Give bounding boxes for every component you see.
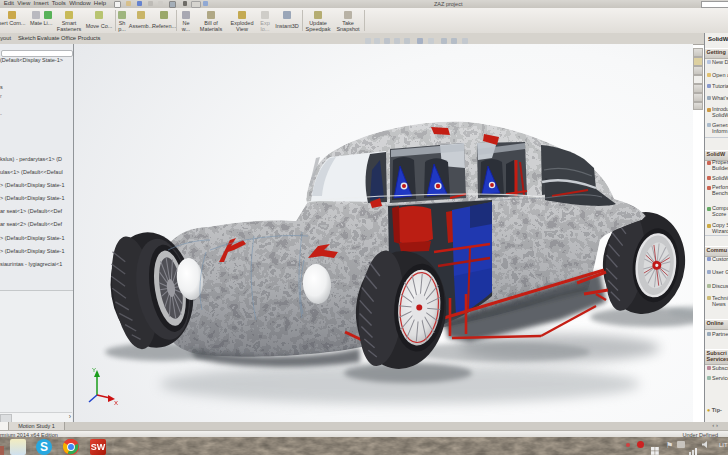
svg-text:Y: Y	[92, 367, 96, 373]
svg-text:X: X	[114, 400, 118, 406]
